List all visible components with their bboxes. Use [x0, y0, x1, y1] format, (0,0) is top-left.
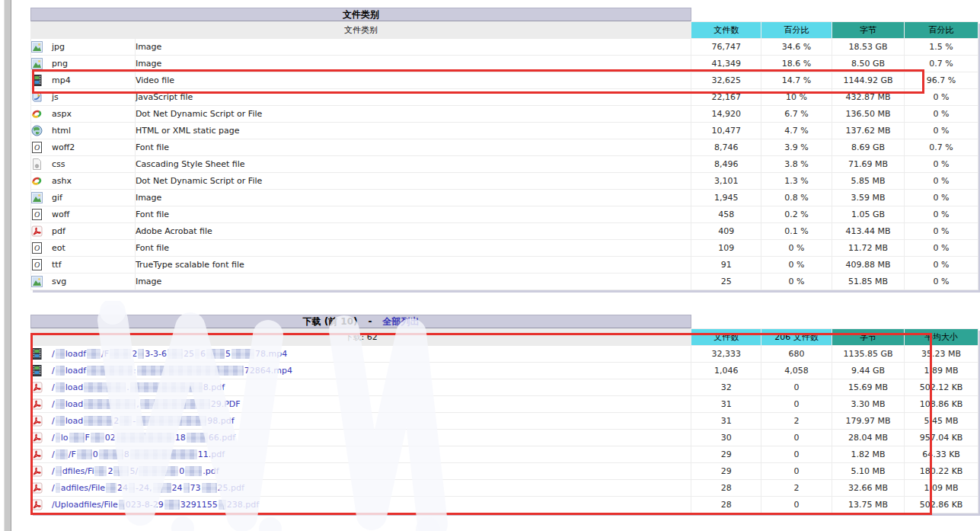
censored-segment	[185, 466, 202, 476]
bytes-percent: 0 %	[905, 156, 978, 173]
download-link[interactable]: /loadf/F23-3-6256578.mp4	[52, 349, 287, 359]
files-count: 109	[691, 240, 761, 257]
bytes-value: 3.30 MB	[832, 396, 905, 413]
files-percent: 0.2 %	[761, 206, 832, 223]
download-link[interactable]: //F0811.pdf	[52, 449, 225, 459]
censored-segment	[117, 433, 174, 443]
206-files-count: 0	[761, 430, 832, 446]
file-description: Image	[135, 39, 691, 56]
image-file-icon	[31, 276, 43, 287]
file-extension: aspx	[52, 109, 72, 119]
column-header-avg-size: 平均大小	[905, 329, 978, 346]
svg-text:O: O	[34, 261, 40, 269]
pdf-file-icon	[31, 382, 43, 393]
bytes-value: 9.44 GB	[832, 363, 905, 379]
table-row: Ottf TrueType scalable font file 91 0 % …	[31, 257, 978, 273]
bytes-value: 1144.92 GB	[832, 72, 905, 89]
bytes-value: 8.69 GB	[832, 139, 905, 156]
files-percent: 0 %	[761, 257, 832, 273]
image-file-icon	[31, 58, 43, 69]
files-count: 31	[691, 396, 761, 413]
files-count: 30	[691, 430, 761, 446]
files-percent: 0.8 %	[761, 190, 832, 206]
avg-size-value: 64.33 KB	[905, 446, 978, 463]
pdf-file-icon	[31, 432, 43, 443]
file-description: Adobe Acrobat file	[135, 223, 691, 240]
bytes-value: 1135.85 GB	[832, 346, 905, 363]
censored-segment	[84, 382, 126, 392]
bytes-value: 3.59 MB	[832, 190, 905, 206]
table-row: ashx Dot Net Dynamic Script or File 3,10…	[31, 173, 978, 190]
censored-segment	[84, 416, 113, 426]
bytes-percent: 0 %	[905, 89, 978, 106]
link-fragment: :	[133, 366, 136, 376]
files-count: 41,349	[691, 56, 761, 72]
censored-segment	[94, 466, 107, 476]
frame-divider[interactable]	[4, 0, 11, 531]
link-fragment: 5/	[129, 466, 138, 476]
censored-segment	[106, 483, 117, 493]
file-description: JavaScript file	[135, 89, 691, 106]
column-header-files: 文件数	[691, 329, 761, 346]
bytes-value: 18.53 GB	[832, 39, 905, 56]
filetypes-grid: 文件类别 文件数 百分比 字节 百分比 jpg Image 76,747 34.…	[30, 21, 978, 290]
link-fragment: 023-8-29	[126, 500, 164, 510]
censored-segment	[120, 416, 132, 426]
bytes-percent: 0 %	[905, 106, 978, 123]
file-extension: pdf	[52, 226, 65, 236]
font-file-icon: O	[31, 142, 43, 153]
files-count: 8,746	[691, 139, 761, 156]
bytes-value: 32.66 MB	[832, 480, 905, 497]
link-fragment: /	[52, 349, 55, 359]
table-row: png Image 41,349 18.6 % 8.50 GB 0.7 %	[31, 56, 978, 72]
bytes-value: 28.04 MB	[832, 430, 905, 446]
download-link[interactable]: /adfiles/File24-24,247325.pdf	[52, 483, 244, 493]
206-files-count: 2	[761, 480, 832, 497]
bytes-value: 8.50 GB	[832, 56, 905, 72]
bytes-percent: 0 %	[905, 223, 978, 240]
table-row: /adfiles/File24-24,247325.pdf 28 2 32.66…	[31, 480, 978, 497]
file-extension: html	[52, 126, 71, 136]
censored-segment	[56, 349, 65, 359]
files-count: 14,920	[691, 106, 761, 123]
files-count: 32,625	[691, 72, 761, 89]
file-description: Video file	[135, 72, 691, 89]
link-fragment: 73	[190, 483, 201, 493]
font-file-icon: O	[31, 242, 43, 254]
file-extension: ttf	[52, 260, 62, 270]
table-row: /loadf:72864.mp4 1,046 4,058 9.44 GB 1.8…	[31, 363, 978, 379]
link-fragment: /	[52, 433, 55, 443]
video-file-icon	[31, 365, 43, 376]
bytes-percent: 0 %	[905, 190, 978, 206]
link-fragment: 2	[107, 466, 113, 476]
download-link[interactable]: /load.8.pdf	[52, 382, 225, 392]
link-fragment: /	[52, 366, 55, 376]
censored-segment	[168, 349, 183, 359]
file-description: Cascading Style Sheet file	[135, 156, 691, 173]
file-description: Font file	[135, 139, 691, 156]
table-row: css Cascading Style Sheet file 8,496 3.8…	[31, 156, 978, 173]
script-file-icon	[31, 91, 43, 103]
files-count: 91	[691, 257, 761, 273]
link-fragment: /	[52, 466, 55, 476]
censored-segment	[56, 466, 62, 476]
bytes-percent: 0 %	[905, 273, 978, 290]
download-link[interactable]: /load,29.PDF	[52, 399, 241, 409]
file-description: Image	[135, 190, 691, 206]
download-link[interactable]: /loF021866.pdf	[52, 433, 235, 443]
censored-segment	[139, 466, 178, 476]
link-fragment: /F	[69, 449, 76, 459]
files-count: 3,101	[691, 173, 761, 190]
download-link[interactable]: /dfiles/Fi25/0.pdf	[52, 466, 219, 476]
files-count: 1,046	[691, 363, 761, 379]
download-link[interactable]: /Uploadfiles/File023-8-293291155238.pdf	[52, 500, 259, 510]
download-link[interactable]: /loadf:72864.mp4	[52, 366, 292, 376]
files-percent: 14.7 %	[761, 72, 832, 89]
avg-size-value: 5.45 MB	[905, 413, 978, 430]
svg-text:O: O	[34, 244, 40, 252]
list-all-link[interactable]: 全部列出	[383, 316, 420, 327]
download-link[interactable]: /load2-98.pdf	[52, 416, 235, 426]
bytes-percent: 0 %	[905, 173, 978, 190]
link-fragment: 29.PDF	[211, 399, 241, 409]
206-files-count: 0	[761, 396, 832, 413]
